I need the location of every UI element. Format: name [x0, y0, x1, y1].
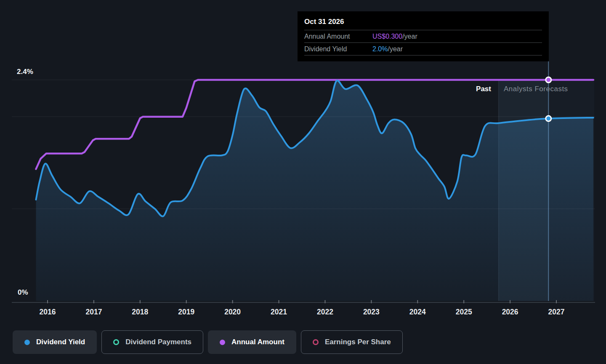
chart-legend: Dividend Yield Dividend Payments Annual … [13, 330, 403, 354]
analysts-forecasts-region-label: Analysts Forecasts [504, 85, 568, 93]
legend-label-annual-amount: Annual Amount [231, 338, 284, 346]
year-label-2024: 2024 [409, 308, 426, 316]
year-label-2020: 2020 [224, 308, 241, 316]
y-axis-bottom-label: 0% [18, 288, 28, 297]
year-label-2027: 2027 [548, 308, 565, 316]
legend-label-dividend-payments: Dividend Payments [125, 338, 191, 346]
tooltip-row-dividend-yield: Dividend Yield 2.0%/year [304, 42, 542, 55]
year-label-2019: 2019 [178, 308, 194, 316]
legend-toggle-dividend-payments[interactable]: Dividend Payments [101, 330, 203, 354]
year-label-2016: 2016 [40, 308, 56, 316]
hover-marker-annual-amount [546, 77, 551, 83]
tooltip-label-dividend-yield: Dividend Yield [304, 45, 372, 53]
year-label-2023: 2023 [363, 308, 380, 316]
hover-marker-dividend-yield [546, 116, 551, 121]
tooltip-bottom-divider [304, 55, 542, 55]
dividend-payments-ring-icon [113, 339, 119, 345]
tooltip-suffix-annual-amount: /year [402, 33, 417, 40]
tooltip-suffix-dividend-yield: /year [388, 45, 403, 53]
tooltip-row-annual-amount: Annual Amount US$0.300/year [304, 30, 542, 42]
past-region-label: Past [446, 85, 491, 93]
tooltip-value-annual-amount: US$0.300 [372, 33, 402, 40]
tooltip-value-dividend-yield: 2.0% [372, 45, 388, 53]
legend-toggle-earnings-per-share[interactable]: Earnings Per Share [301, 330, 403, 354]
tooltip-date: Oct 31 2026 [304, 18, 542, 26]
chart-tooltip: Oct 31 2026 Annual Amount US$0.300/year … [298, 11, 549, 61]
legend-label-dividend-yield: Dividend Yield [36, 338, 85, 346]
y-axis-top-label: 2.4% [17, 68, 33, 76]
earnings-per-share-ring-icon [313, 339, 319, 345]
year-label-2018: 2018 [132, 308, 148, 316]
year-label-2025: 2025 [456, 308, 472, 316]
legend-label-earnings-per-share: Earnings Per Share [325, 338, 391, 346]
dividend-history-chart-page: { "tooltip": { "date": "Oct 31 2026", "r… [0, 0, 606, 364]
legend-toggle-dividend-yield[interactable]: Dividend Yield [13, 330, 97, 354]
tooltip-label-annual-amount: Annual Amount [304, 33, 372, 40]
year-label-2017: 2017 [85, 308, 102, 316]
year-label-2022: 2022 [317, 308, 333, 316]
year-label-2021: 2021 [271, 308, 287, 316]
annual-amount-dot-icon [220, 340, 225, 345]
legend-toggle-annual-amount[interactable]: Annual Amount [208, 330, 296, 354]
year-label-2026: 2026 [502, 308, 518, 316]
dividend-yield-dot-icon [24, 340, 30, 345]
